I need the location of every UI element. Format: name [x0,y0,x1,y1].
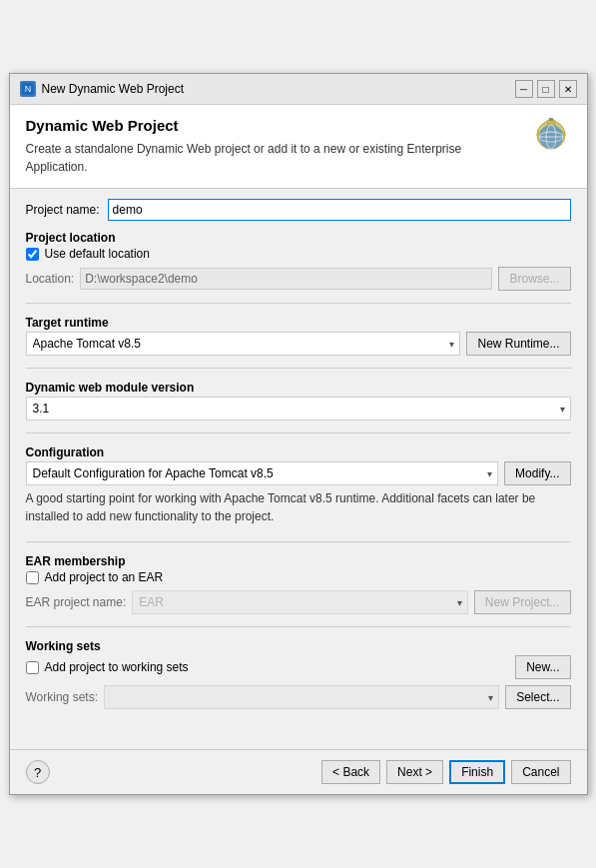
dynamic-web-module-dropdown-wrapper: 3.1 ▾ [26,397,571,421]
app-icon: N [20,81,36,97]
project-name-label: Project name: [26,203,100,217]
target-runtime-dropdown-wrapper: Apache Tomcat v8.5 ▾ [26,332,461,356]
target-runtime-title: Target runtime [26,316,571,330]
add-to-ear-checkbox[interactable] [26,571,39,584]
location-row: Location: Browse... [26,267,571,291]
browse-button[interactable]: Browse... [498,267,570,291]
project-name-input[interactable] [108,199,571,221]
ear-project-dropdown-wrapper: EAR ▾ [132,590,468,614]
configuration-description: A good starting point for working with A… [26,485,571,529]
add-to-working-sets-row: Add project to working sets [26,660,189,674]
new-working-set-button[interactable]: New... [515,655,570,679]
working-sets-top-row: Add project to working sets New... [26,655,571,679]
configuration-section: Configuration Default Configuration for … [26,445,571,529]
location-label: Location: [26,272,75,286]
ear-membership-section: EAR membership Add project to an EAR EAR… [26,554,571,614]
footer-buttons: < Back Next > Finish Cancel [321,760,570,784]
maximize-button[interactable]: □ [537,80,555,98]
ear-membership-title: EAR membership [26,554,571,568]
help-button[interactable]: ? [26,760,50,784]
add-to-ear-row: Add project to an EAR [26,570,571,584]
dialog: N New Dynamic Web Project ─ □ ✕ Dynamic … [9,73,588,795]
configuration-dropdown-wrapper: Default Configuration for Apache Tomcat … [26,461,499,485]
add-to-working-sets-checkbox[interactable] [26,661,39,674]
use-default-location-row: Use default location [26,247,571,261]
working-sets-section: Working sets Add project to working sets… [26,639,571,709]
working-sets-label: Working sets: [26,690,98,704]
header-section: Dynamic Web Project Create a standalone … [10,105,587,189]
new-project-button[interactable]: New Project... [474,590,571,614]
footer: ? < Back Next > Finish Cancel [10,749,587,794]
project-name-row: Project name: [26,199,571,221]
back-button[interactable]: < Back [321,760,380,784]
configuration-title: Configuration [26,445,571,459]
finish-button[interactable]: Finish [449,760,505,784]
project-location-title: Project location [26,231,571,245]
ear-project-name-row: EAR project name: EAR ▾ New Project... [26,590,571,614]
location-input [80,268,492,290]
svg-rect-7 [549,118,553,121]
ear-project-name-label: EAR project name: [26,595,127,609]
dialog-title: New Dynamic Web Project [42,82,185,96]
working-sets-title: Working sets [26,639,571,653]
dynamic-web-module-select[interactable]: 3.1 [26,397,571,421]
window-controls: ─ □ ✕ [515,80,577,98]
next-button[interactable]: Next > [386,760,443,784]
title-bar: N New Dynamic Web Project ─ □ ✕ [10,74,587,105]
form-content: Project name: Project location Use defau… [10,189,587,719]
target-runtime-section: Target runtime Apache Tomcat v8.5 ▾ New … [26,316,571,356]
modify-button[interactable]: Modify... [504,461,570,485]
header-text: Dynamic Web Project Create a standalone … [26,117,511,176]
dynamic-web-module-section: Dynamic web module version 3.1 ▾ [26,381,571,421]
working-sets-select [104,685,499,709]
select-working-sets-button[interactable]: Select... [505,685,570,709]
minimize-button[interactable]: ─ [515,80,533,98]
target-runtime-row: Apache Tomcat v8.5 ▾ New Runtime... [26,332,571,356]
header-description: Create a standalone Dynamic Web project … [26,140,511,176]
header-icon [521,117,571,167]
target-runtime-select[interactable]: Apache Tomcat v8.5 [26,332,461,356]
add-to-working-sets-label[interactable]: Add project to working sets [45,660,189,674]
svg-text:N: N [24,84,31,94]
add-to-ear-label[interactable]: Add project to an EAR [45,570,164,584]
dynamic-web-module-title: Dynamic web module version [26,381,571,395]
use-default-label[interactable]: Use default location [45,247,150,261]
ear-project-select: EAR [132,590,468,614]
cancel-button[interactable]: Cancel [511,760,570,784]
working-sets-row: Working sets: ▾ Select... [26,685,571,709]
new-runtime-button[interactable]: New Runtime... [466,332,570,356]
use-default-checkbox[interactable] [26,248,39,261]
close-button[interactable]: ✕ [559,80,577,98]
project-location-section: Project location Use default location Lo… [26,231,571,291]
configuration-select[interactable]: Default Configuration for Apache Tomcat … [26,461,499,485]
configuration-row: Default Configuration for Apache Tomcat … [26,461,571,485]
header-title: Dynamic Web Project [26,117,511,134]
working-sets-dropdown-wrapper: ▾ [104,685,499,709]
